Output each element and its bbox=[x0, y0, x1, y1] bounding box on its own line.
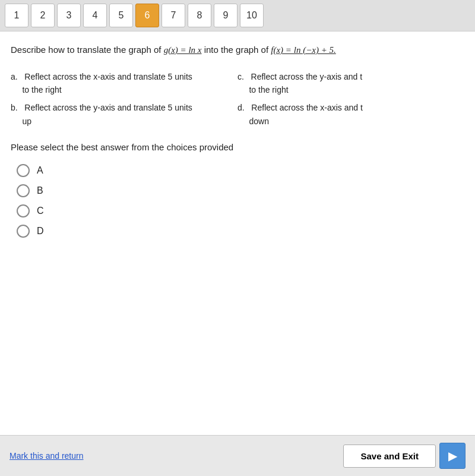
f-function: f(x) = ln (−x) + 5. bbox=[271, 45, 336, 55]
nav-item-3[interactable]: 3 bbox=[57, 4, 81, 27]
option-a-label: A bbox=[37, 165, 43, 176]
choices-grid: a. Reflect across the x-axis and transla… bbox=[11, 68, 464, 131]
choice-a-label: a. bbox=[11, 72, 18, 81]
option-a[interactable]: A bbox=[17, 164, 464, 177]
option-b[interactable]: B bbox=[17, 184, 464, 197]
choice-d-label: d. bbox=[238, 103, 245, 112]
nav-item-10[interactable]: 10 bbox=[240, 4, 264, 27]
main-content: Describe how to translate the graph of g… bbox=[0, 31, 475, 435]
option-d-label: D bbox=[37, 226, 44, 237]
radio-circle-d[interactable] bbox=[17, 225, 30, 238]
choice-b-label: b. bbox=[11, 103, 18, 112]
choice-c-text: Reflect across the y-axis and t bbox=[251, 72, 363, 81]
nav-item-9[interactable]: 9 bbox=[214, 4, 238, 27]
next-arrow-icon: ▶ bbox=[448, 449, 457, 463]
choice-c: c. Reflect across the y-axis and t to th… bbox=[238, 68, 464, 99]
choice-b-continuation: up bbox=[22, 116, 31, 126]
choice-c-label: c. bbox=[238, 72, 244, 81]
radio-circle-a[interactable] bbox=[17, 164, 30, 177]
nav-item-7[interactable]: 7 bbox=[162, 4, 185, 27]
radio-circle-c[interactable] bbox=[17, 204, 30, 217]
radio-circle-b[interactable] bbox=[17, 184, 30, 197]
answer-prompt: Please select the best answer from the c… bbox=[11, 142, 464, 152]
choice-a-continuation: to the right bbox=[22, 85, 61, 94]
choice-d: d. Reflect across the x-axis and t down bbox=[238, 99, 464, 130]
choice-c-continuation: to the right bbox=[249, 85, 288, 94]
option-b-label: B bbox=[37, 185, 43, 196]
next-button[interactable]: ▶ bbox=[439, 443, 466, 469]
nav-item-4[interactable]: 4 bbox=[83, 4, 107, 27]
choice-a: a. Reflect across the x-axis and transla… bbox=[11, 68, 238, 99]
footer: Mark this and return Save and Exit ▶ bbox=[0, 435, 475, 476]
into-text-label: into the graph of bbox=[204, 45, 268, 55]
save-exit-button[interactable]: Save and Exit bbox=[343, 445, 436, 468]
question-text: Describe how to translate the graph of g… bbox=[11, 43, 464, 57]
mark-return-link[interactable]: Mark this and return bbox=[10, 451, 84, 461]
option-c-label: C bbox=[37, 206, 44, 216]
footer-right: Save and Exit ▶ bbox=[343, 443, 466, 469]
question-intro: Describe how to translate the graph of bbox=[11, 45, 161, 55]
answer-section: Please select the best answer from the c… bbox=[11, 142, 464, 238]
option-d[interactable]: D bbox=[17, 225, 464, 238]
radio-options: A B C D bbox=[11, 164, 464, 238]
choice-b-text: Reflect across the y-axis and translate … bbox=[24, 103, 192, 112]
choice-b: b. Reflect across the y-axis and transla… bbox=[11, 99, 238, 130]
option-c[interactable]: C bbox=[17, 204, 464, 217]
g-function: g(x) = ln x bbox=[164, 45, 202, 55]
nav-item-2[interactable]: 2 bbox=[31, 4, 55, 27]
nav-item-1[interactable]: 1 bbox=[5, 4, 28, 27]
nav-item-8[interactable]: 8 bbox=[188, 4, 211, 27]
nav-item-6[interactable]: 6 bbox=[135, 4, 159, 27]
choice-a-text: Reflect across the x-axis and translate … bbox=[24, 72, 192, 81]
choice-d-text: Reflect across the x-axis and t bbox=[251, 103, 363, 112]
nav-item-5[interactable]: 5 bbox=[109, 4, 133, 27]
choice-d-continuation: down bbox=[249, 116, 268, 126]
question-navigation: 1 2 3 4 5 6 7 8 9 10 bbox=[0, 0, 475, 31]
